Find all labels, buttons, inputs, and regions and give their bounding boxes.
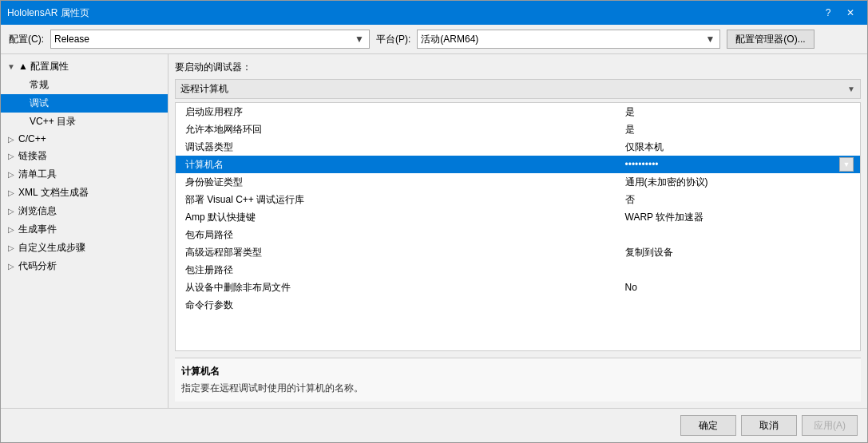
sidebar-item-label: 代码分析 — [18, 259, 57, 273]
table-row[interactable]: 调试器类型仅限本机 — [176, 138, 860, 156]
panel-header: 要启动的调试器： — [175, 61, 861, 74]
prop-value: 复制到设备 — [619, 243, 860, 261]
platform-value: 活动(ARM64) — [421, 33, 704, 46]
prop-value — [619, 261, 860, 279]
prop-name: Amp 默认快捷键 — [176, 208, 619, 226]
close-button[interactable]: ✕ — [840, 4, 861, 22]
config-select[interactable]: Release ▼ — [50, 30, 370, 49]
expand-icon — [17, 117, 28, 128]
sidebar-item-clean-tool[interactable]: ▷清单工具 — [1, 165, 168, 184]
expand-icon — [17, 80, 28, 91]
sidebar-item-linker[interactable]: ▷链接器 — [1, 147, 168, 165]
platform-dropdown-icon: ▼ — [704, 34, 716, 45]
prop-value: 否 — [619, 191, 860, 208]
table-row[interactable]: 包布局路径 — [176, 226, 860, 243]
help-button[interactable]: ? — [818, 4, 838, 22]
table-row[interactable]: 部署 Visual C++ 调试运行库否 — [176, 191, 860, 208]
prop-value: 通用(未加密的协议) — [619, 173, 860, 191]
section-header[interactable]: 远程计算机 ▼ — [175, 79, 861, 99]
sidebar-item-label: 链接器 — [18, 149, 47, 163]
expand-icon — [17, 98, 28, 109]
toolbar: 配置(C): Release ▼ 平台(P): 活动(ARM64) ▼ 配置管理… — [1, 25, 867, 54]
sidebar-item-label: 清单工具 — [18, 168, 57, 181]
platform-select[interactable]: 活动(ARM64) ▼ — [417, 30, 720, 49]
title-bar: HololensAR 属性页 ? ✕ — [1, 1, 867, 25]
expand-icon: ▼ — [6, 61, 17, 73]
expand-icon: ▷ — [6, 133, 17, 144]
table-row[interactable]: Amp 默认快捷键WARP 软件加速器 — [176, 208, 860, 226]
sidebar-item-label: 生成事件 — [18, 223, 57, 236]
section-collapse-icon: ▼ — [847, 85, 855, 93]
sidebar-item-label: ▲ 配置属性 — [18, 60, 69, 73]
expand-icon: ▷ — [6, 224, 17, 235]
sidebar-item-label: 常规 — [30, 78, 49, 92]
sidebar-item-config-props[interactable]: ▼▲ 配置属性 — [1, 57, 168, 76]
expand-icon: ▷ — [6, 206, 17, 217]
expand-icon: ▷ — [6, 188, 17, 199]
prop-value — [619, 226, 860, 243]
prop-name: 允许本地网络环回 — [176, 121, 619, 138]
prop-name: 从设备中删除非布局文件 — [176, 279, 619, 296]
sidebar-item-build-events[interactable]: ▷生成事件 — [1, 220, 168, 239]
table-row[interactable]: 启动应用程序是 — [176, 103, 860, 121]
config-value: Release — [54, 34, 353, 45]
prop-value: No — [619, 279, 860, 296]
sidebar-item-xml-gen[interactable]: ▷XML 文档生成器 — [1, 184, 168, 202]
sidebar-item-label: 调试 — [30, 97, 49, 110]
sidebar-item-browse[interactable]: ▷浏览信息 — [1, 202, 168, 220]
main-window: HololensAR 属性页 ? ✕ 配置(C): Release ▼ 平台(P… — [0, 0, 868, 443]
prop-name: 调试器类型 — [176, 138, 619, 156]
prop-name: 包注册路径 — [176, 261, 619, 279]
expand-icon: ▷ — [6, 151, 17, 162]
table-row[interactable]: 身份验证类型通用(未加密的协议) — [176, 173, 860, 191]
section-title: 远程计算机 — [180, 82, 847, 96]
prop-value: 是 — [619, 103, 860, 121]
manage-config-button[interactable]: 配置管理器(O)... — [727, 30, 814, 49]
table-row[interactable]: 允许本地网络环回是 — [176, 121, 860, 138]
expand-icon: ▷ — [6, 169, 17, 180]
table-row[interactable]: 命令行参数 — [176, 296, 860, 314]
window-title: HololensAR 属性页 — [7, 6, 89, 20]
config-dropdown-icon: ▼ — [353, 34, 366, 45]
apply-button[interactable]: 应用(A) — [802, 415, 858, 436]
table-row[interactable]: 从设备中删除非布局文件No — [176, 279, 860, 296]
value-dropdown-btn[interactable]: ▼ — [839, 157, 854, 172]
sidebar-item-label: VC++ 目录 — [30, 115, 76, 129]
config-label: 配置(C): — [9, 33, 44, 46]
sidebar-item-label: 自定义生成步骤 — [18, 241, 85, 255]
table-row[interactable]: 包注册路径 — [176, 261, 860, 279]
sidebar-item-cpp[interactable]: ▷C/C++ — [1, 131, 168, 147]
sidebar-item-label: XML 文档生成器 — [18, 186, 89, 200]
prop-value: ••••••••••▼ — [619, 156, 860, 173]
description-text: 指定要在远程调试时使用的计算机的名称。 — [181, 382, 854, 395]
prop-value: 仅限本机 — [619, 138, 860, 156]
expand-icon: ▷ — [6, 261, 17, 272]
sidebar-item-custom-steps[interactable]: ▷自定义生成步骤 — [1, 239, 168, 257]
sidebar-item-label: 浏览信息 — [18, 204, 57, 218]
table-row[interactable]: 高级远程部署类型复制到设备 — [176, 243, 860, 261]
prop-name: 包布局路径 — [176, 226, 619, 243]
sidebar: ▼▲ 配置属性常规调试VC++ 目录▷C/C++▷链接器▷清单工具▷XML 文档… — [1, 54, 168, 408]
prop-value — [619, 296, 860, 314]
sidebar-item-debug[interactable]: 调试 — [1, 94, 168, 113]
table-row[interactable]: 计算机名••••••••••▼ — [176, 156, 860, 173]
sidebar-item-vc-dirs[interactable]: VC++ 目录 — [1, 113, 168, 131]
sidebar-item-code-analysis[interactable]: ▷代码分析 — [1, 257, 168, 275]
confirm-button[interactable]: 确定 — [680, 415, 736, 436]
description-panel: 计算机名 指定要在远程调试时使用的计算机的名称。 — [175, 358, 861, 401]
properties-container: 启动应用程序是允许本地网络环回是调试器类型仅限本机计算机名••••••••••▼… — [175, 102, 861, 351]
sidebar-item-general[interactable]: 常规 — [1, 76, 168, 94]
cancel-button[interactable]: 取消 — [741, 415, 797, 436]
footer: 确定 取消 应用(A) — [1, 408, 867, 442]
right-panel: 要启动的调试器： 远程计算机 ▼ 启动应用程序是允许本地网络环回是调试器类型仅限… — [168, 54, 867, 408]
sidebar-item-label: C/C++ — [18, 133, 46, 144]
prop-value: 是 — [619, 121, 860, 138]
prop-name: 启动应用程序 — [176, 103, 619, 121]
description-title: 计算机名 — [181, 365, 854, 378]
main-content: ▼▲ 配置属性常规调试VC++ 目录▷C/C++▷链接器▷清单工具▷XML 文档… — [1, 54, 867, 408]
prop-name: 命令行参数 — [176, 296, 619, 314]
expand-icon: ▷ — [6, 243, 17, 254]
title-controls: ? ✕ — [818, 4, 861, 22]
prop-name: 部署 Visual C++ 调试运行库 — [176, 191, 619, 208]
prop-value-text: •••••••••• — [625, 159, 659, 170]
